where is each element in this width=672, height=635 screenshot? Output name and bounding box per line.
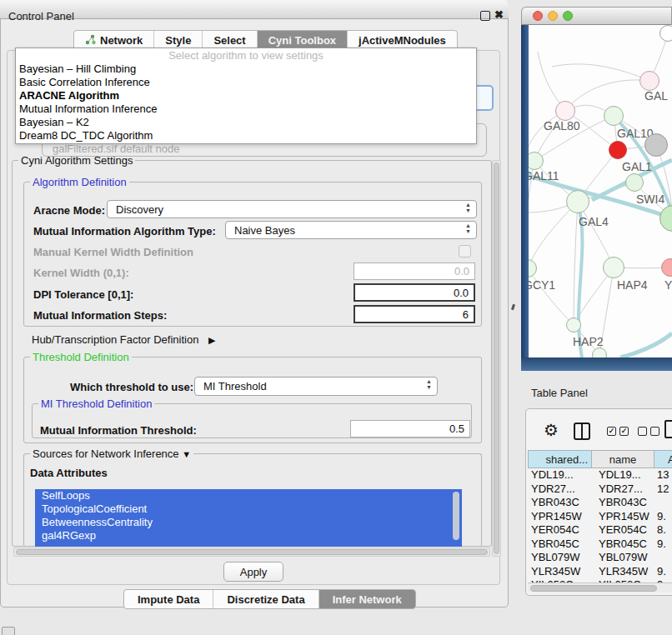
- node-label: GAL1: [622, 160, 652, 173]
- checked-checkbox-icon[interactable]: ✓: [607, 427, 616, 436]
- network-node[interactable]: [644, 133, 668, 157]
- table-cell: YLR345W: [599, 565, 648, 578]
- table-horizontal-scrollbar[interactable]: [528, 582, 672, 592]
- apply-button[interactable]: Apply: [223, 562, 283, 582]
- table-row[interactable]: YLR345WYLR345W9.: [528, 565, 672, 579]
- control-panel-titlebar[interactable]: [0, 0, 509, 19]
- kernel-width-input: 0.0: [354, 262, 475, 280]
- column-header-partial[interactable]: A: [654, 450, 672, 468]
- node-label: GAL: [644, 89, 668, 102]
- table-cell: YLR345W: [531, 565, 580, 578]
- manual-kernel-checkbox[interactable]: [459, 245, 471, 258]
- node-label: Y: [664, 278, 672, 292]
- which-threshold-select[interactable]: MI Threshold ▲▼: [194, 377, 438, 396]
- table-row[interactable]: YBR043CYBR043C: [528, 496, 672, 510]
- network-node-gal[interactable]: [639, 71, 659, 91]
- table-cell: 13: [657, 468, 669, 481]
- unchecked-checkbox-icon[interactable]: [650, 427, 659, 436]
- algorithm-option[interactable]: Bayesian – Hill Climbing: [16, 62, 476, 76]
- checked-checkbox-icon[interactable]: ✓: [619, 427, 629, 436]
- table-cell: YPR145W: [531, 510, 582, 522]
- dpi-tolerance-input[interactable]: 0.0: [354, 283, 475, 302]
- table-cell: 9.: [657, 538, 666, 550]
- node-label: GAL4: [579, 215, 609, 228]
- table-cell: YBR045C: [599, 538, 647, 550]
- table-row[interactable]: YDL19...YDL19...13: [528, 468, 672, 482]
- column-header-shared[interactable]: shared...: [528, 450, 592, 468]
- attribute-item[interactable]: TopologicalCoefficient: [35, 502, 462, 516]
- algorithm-option[interactable]: Mutual Information Inference: [16, 102, 476, 116]
- network-node-hap2[interactable]: [566, 318, 581, 332]
- node-label: HAP2: [573, 335, 604, 348]
- tab-infer-network[interactable]: Infer Network: [319, 590, 415, 608]
- split-panel-icon[interactable]: [574, 422, 590, 440]
- algorithm-option-list: Bayesian – Hill ClimbingBasic Correlatio…: [16, 62, 476, 142]
- table-cell: YDL19...: [531, 468, 574, 481]
- tab-impute-data[interactable]: Impute Data: [124, 590, 213, 608]
- network-node-swi4[interactable]: [625, 173, 644, 192]
- table-cell: YPR145W: [599, 510, 649, 522]
- mi-steps-label: Mutual Information Steps:: [33, 309, 167, 322]
- network-node-gal1[interactable]: [609, 141, 627, 159]
- close-traffic-light-icon[interactable]: [533, 11, 543, 21]
- mi-type-label: Mutual Information Algorithm Type:: [33, 225, 216, 238]
- mi-threshold-input[interactable]: 0.5: [350, 420, 470, 438]
- mouse-cursor: [511, 304, 515, 311]
- attribute-item[interactable]: gal4RGexp: [35, 529, 462, 542]
- minimize-traffic-light-icon[interactable]: [548, 11, 558, 21]
- table-cell: 8.: [657, 523, 666, 536]
- table-cell: 12: [657, 482, 669, 495]
- unchecked-checkbox-icon[interactable]: [638, 427, 647, 436]
- minimized-panel-icon[interactable]: [2, 627, 15, 635]
- network-node[interactable]: [659, 25, 672, 42]
- table-row[interactable]: YBR045CYBR045C9.: [528, 538, 672, 552]
- close-icon[interactable]: ✖: [494, 8, 504, 21]
- tab-discretize-data[interactable]: Discretize Data: [213, 590, 318, 608]
- table-cell: YDL19...: [599, 468, 641, 481]
- node-label: SWI4: [636, 192, 664, 206]
- attribute-list-scrollbar[interactable]: [453, 492, 459, 540]
- algorithm-option[interactable]: ARACNE Algorithm: [16, 89, 476, 102]
- table-cell: YBR043C: [599, 496, 647, 508]
- sources-expander[interactable]: Sources for Network Inference ▼: [30, 448, 193, 460]
- horizontal-scrollbar[interactable]: [13, 548, 490, 557]
- network-node[interactable]: [592, 348, 607, 358]
- table-cell: YDR27...: [599, 482, 643, 495]
- network-canvas[interactable]: GALGAL80GAL10GAL1GAL11SWI4GAL4GCY1HAP4YH…: [529, 25, 672, 358]
- mi-type-value: Naive Bayes: [234, 224, 295, 237]
- network-node-hap4[interactable]: [603, 257, 624, 278]
- mi-steps-input[interactable]: 6: [354, 305, 475, 323]
- hub-definition-expander[interactable]: Hub/Transcription Factor Definition ▶: [32, 333, 215, 346]
- algorithm-option[interactable]: Dream8 DC_TDC Algorithm: [16, 129, 476, 142]
- network-node-gal4[interactable]: [566, 190, 589, 213]
- which-threshold-label: Which threshold to use:: [70, 381, 193, 393]
- vertical-scrollbar[interactable]: [492, 160, 501, 557]
- column-header-name[interactable]: name: [592, 450, 654, 468]
- network-node-gal10[interactable]: [604, 106, 624, 126]
- document-icon[interactable]: [664, 420, 672, 438]
- table-row[interactable]: YER054CYER054C8.: [528, 523, 672, 538]
- dpi-tolerance-label: DPI Tolerance [0,1]:: [33, 288, 133, 301]
- table-cell: YER054C: [599, 523, 647, 536]
- algorithm-option[interactable]: Basic Correlation Inference: [16, 76, 476, 89]
- table-row[interactable]: YDR27...YDR27...12: [528, 482, 672, 497]
- bottom-tab-bar: Impute DataDiscretize DataInfer Network: [123, 589, 416, 609]
- aracne-mode-select[interactable]: Discovery ▲▼: [107, 200, 477, 218]
- algorithm-definition-title: Algorithm Definition: [30, 176, 129, 188]
- attribute-item[interactable]: BetweennessCentrality: [35, 516, 462, 529]
- mi-type-select[interactable]: Naive Bayes ▲▼: [225, 221, 477, 239]
- algorithm-option[interactable]: Bayesian – K2: [16, 116, 476, 129]
- network-node-gal80[interactable]: [555, 101, 575, 121]
- aracne-mode-label: Aracne Mode:: [33, 204, 105, 217]
- table-row[interactable]: YPR145WYPR145W9.: [528, 510, 672, 524]
- zoom-traffic-light-icon[interactable]: [563, 11, 573, 21]
- expand-down-icon: ▼: [182, 449, 191, 459]
- network-window-titlebar[interactable]: [521, 7, 672, 25]
- manual-kernel-label: Manual Kernel Width Definition: [33, 246, 193, 258]
- table-cell: YBR043C: [531, 496, 579, 508]
- attribute-item[interactable]: SelfLoops: [35, 489, 462, 502]
- node-label: HAP4: [617, 278, 648, 292]
- gear-icon[interactable]: ⚙: [544, 420, 559, 440]
- float-window-icon[interactable]: [480, 11, 490, 21]
- table-row[interactable]: YBL079WYBL079W: [528, 551, 672, 565]
